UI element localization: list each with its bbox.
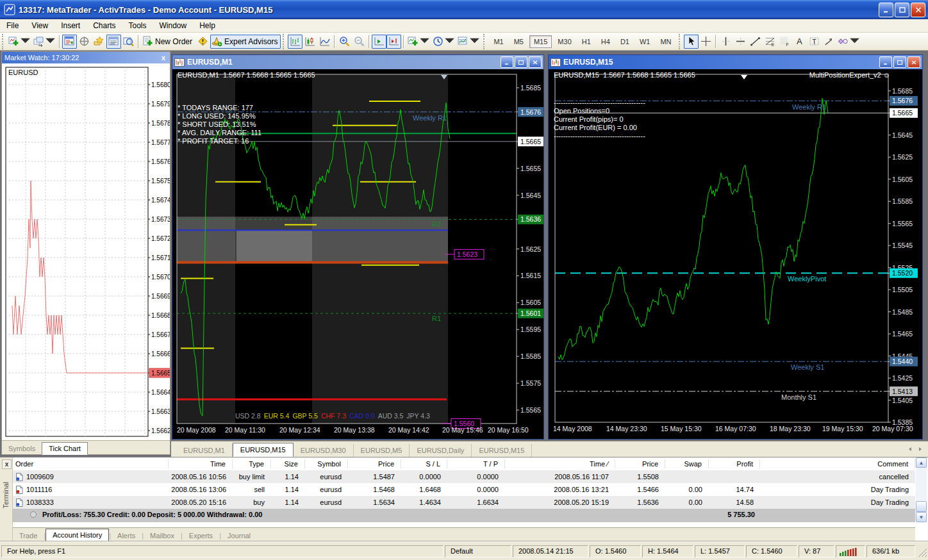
menu-insert[interactable]: Insert xyxy=(54,19,87,32)
column-header-symbol[interactable]: Symbol xyxy=(305,459,348,468)
column-header-price[interactable]: Price xyxy=(348,459,401,468)
timeframe-m1[interactable]: M1 xyxy=(489,35,508,48)
market-watch-tab-symbols[interactable]: Symbols xyxy=(2,443,42,454)
market-watch-caption[interactable]: Market Watch: 17:30:22 x xyxy=(2,52,170,63)
toolbar-crosshair-button[interactable] xyxy=(699,35,713,49)
timeframe-m5[interactable]: M5 xyxy=(510,35,528,48)
toolbar-text-label-button[interactable]: T xyxy=(807,35,822,49)
terminal-tab-account-history[interactable]: Account History xyxy=(46,529,109,541)
toolbar-candlestick-chart-button[interactable] xyxy=(302,35,317,49)
menu-tools[interactable]: Tools xyxy=(122,19,153,32)
resize-grip[interactable] xyxy=(916,545,927,557)
chart2-minimize-button[interactable] xyxy=(879,56,892,68)
window-titlebar[interactable]: 13317: MetaTrader - ActivTrades - Demo A… xyxy=(0,0,928,19)
table-row[interactable]: 10096092008.05.16 10:56buy limit1.14euru… xyxy=(13,470,915,483)
minimize-button[interactable] xyxy=(879,3,893,17)
chart-window-eurusd-m1: EURUSD,M1 1.56851.56761.56651.56551.5645… xyxy=(172,54,544,440)
tick-chart-canvas[interactable]: 1.56801.56791.56781.56771.56761.56751.56… xyxy=(3,65,170,440)
column-header-time[interactable]: Time ⁄ xyxy=(505,459,615,468)
toolbar-data-window-button[interactable] xyxy=(77,35,92,49)
terminal-tab-alerts[interactable]: Alerts xyxy=(111,530,142,541)
column-header-tp[interactable]: T / P xyxy=(447,459,505,468)
toolbar-fibonacci-button[interactable]: E xyxy=(763,35,777,49)
toolbar-cursor-button[interactable] xyxy=(684,35,699,49)
chart1-titlebar[interactable]: EURUSD,M1 xyxy=(172,55,543,69)
column-header-swap[interactable]: Swap xyxy=(665,459,709,468)
toolbar-auto-scroll-button[interactable] xyxy=(372,35,386,49)
column-header-profit[interactable]: Profit xyxy=(709,459,760,468)
close-button[interactable] xyxy=(911,3,925,17)
column-header-order[interactable]: Order xyxy=(13,459,169,468)
timeframe-w1[interactable]: W1 xyxy=(635,35,655,48)
balance-row[interactable]: Profit/Loss: 755.30 Credit: 0.00 Deposit… xyxy=(13,509,915,522)
terminal-tab-journal[interactable]: Journal xyxy=(221,530,257,541)
toolbar-market-watch-button[interactable] xyxy=(62,35,77,49)
toolbar-fibo-grid-button[interactable]: F xyxy=(777,35,792,49)
terminal-tab-experts[interactable]: Experts xyxy=(183,530,219,541)
status-profile[interactable]: Default xyxy=(445,545,511,557)
market-watch-tab-tick-chart[interactable]: Tick Chart xyxy=(42,442,88,455)
chart2-titlebar[interactable]: EURUSD,M15 xyxy=(549,55,922,69)
column-header-comment[interactable]: Comment xyxy=(760,459,915,468)
toolbar-horizontal-line-button[interactable] xyxy=(733,35,748,49)
timeframe-h4[interactable]: H4 xyxy=(597,35,615,48)
chart2-close-button[interactable] xyxy=(907,56,920,68)
toolbar-periods-button[interactable] xyxy=(431,35,456,49)
column-header-type[interactable]: Type xyxy=(233,459,271,468)
menu-view[interactable]: View xyxy=(25,19,54,32)
chart-tab-3[interactable]: EURUSD,M5 xyxy=(354,444,410,457)
chart1-close-button[interactable] xyxy=(529,56,542,68)
toolbar-new-chart-button[interactable] xyxy=(7,35,32,49)
menu-file[interactable]: File xyxy=(0,19,25,32)
toolbar-trend-line-button[interactable] xyxy=(748,35,763,49)
timeframe-m15[interactable]: M15 xyxy=(529,35,552,48)
chart-tab-4[interactable]: EURUSD,Daily xyxy=(410,444,472,457)
toolbar-vertical-line-button[interactable] xyxy=(718,35,733,49)
table-row[interactable]: 10111162008.05.16 13:06sell1.14eurusd1.5… xyxy=(13,483,915,496)
toolbar-strategy-tester-button[interactable] xyxy=(121,35,136,49)
scroll-left-icon[interactable] xyxy=(905,444,915,454)
chart1-maximize-button[interactable] xyxy=(515,56,527,68)
toolbar-text-button[interactable]: A xyxy=(792,35,807,49)
terminal-tab-mailbox[interactable]: Mailbox xyxy=(144,530,181,541)
column-header-sl[interactable]: S / L xyxy=(401,459,447,468)
menu-help[interactable]: Help xyxy=(193,19,222,32)
toolbar-line-chart-button[interactable] xyxy=(317,35,332,49)
toolbar-chart-shift-button[interactable] xyxy=(386,35,401,49)
toolbar-profiles-button[interactable] xyxy=(32,35,57,49)
table-row[interactable]: 10383332008.05.20 15:16buy1.14eurusd1.56… xyxy=(13,496,915,509)
toolbar-indicators-button[interactable] xyxy=(406,35,431,49)
terminal-tab-trade[interactable]: Trade xyxy=(13,530,44,541)
maximize-button[interactable] xyxy=(895,3,909,17)
menu-charts[interactable]: Charts xyxy=(87,19,122,32)
toolbar-arrows-button[interactable] xyxy=(822,35,836,49)
timeframe-d1[interactable]: D1 xyxy=(616,35,634,48)
timeframe-h1[interactable]: H1 xyxy=(577,35,595,48)
terminal-scrollbar[interactable]: ▲ ▼ xyxy=(916,457,927,522)
timeframe-mn[interactable]: MN xyxy=(656,35,675,48)
menu-window[interactable]: Window xyxy=(153,19,194,32)
market-watch-close-icon[interactable]: x xyxy=(160,54,167,62)
column-header-time[interactable]: Time xyxy=(169,459,233,468)
column-header-size[interactable]: Size xyxy=(271,459,305,468)
chart-tab-5[interactable]: EURUSD,M15 xyxy=(472,444,532,457)
toolbar-shapes-button[interactable] xyxy=(836,35,861,49)
toolbar-new-order-button[interactable]: New Order xyxy=(141,35,195,49)
chart-tab-1[interactable]: EURUSD,M15 xyxy=(233,443,294,457)
timeframe-m30[interactable]: M30 xyxy=(553,35,576,48)
toolbar-expert-advisors-button[interactable]: Expert Advisors xyxy=(210,35,281,49)
toolbar-bar-chart-button[interactable] xyxy=(288,35,302,49)
toolbar-navigator-button[interactable] xyxy=(92,35,106,49)
chart-tab-0[interactable]: EURUSD,M1 xyxy=(176,444,233,457)
chart-tab-2[interactable]: EURUSD,M30 xyxy=(294,444,354,457)
chart2-restore-button[interactable] xyxy=(893,56,906,68)
toolbar-templates-button[interactable] xyxy=(456,35,481,49)
column-header-price[interactable]: Price xyxy=(615,459,665,468)
terminal-close-icon[interactable]: x xyxy=(2,459,12,469)
chart1-minimize-button[interactable] xyxy=(501,56,513,68)
toolbar-metaeditor-button[interactable] xyxy=(195,35,210,49)
toolbar-terminal-button[interactable] xyxy=(106,35,121,49)
toolbar-zoom-out-button[interactable] xyxy=(352,35,367,49)
scroll-right-icon[interactable] xyxy=(915,444,925,454)
toolbar-zoom-in-button[interactable] xyxy=(337,35,352,49)
